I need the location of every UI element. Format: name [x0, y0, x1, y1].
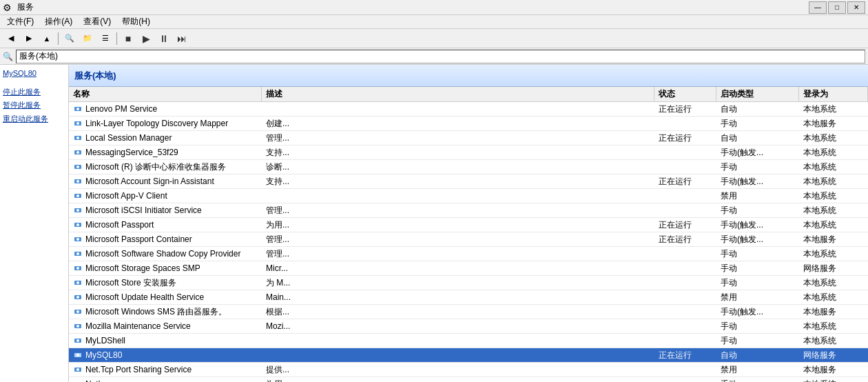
cell-starttype: 自动 — [716, 131, 799, 145]
cell-name: Microsoft (R) 诊断中心标准收集器服务 — [69, 160, 262, 174]
col-header-status[interactable]: 状态 — [654, 87, 716, 101]
cell-status — [654, 145, 716, 159]
menu-action[interactable]: 操作(A) — [41, 14, 76, 29]
cell-starttype: 手动 — [716, 247, 799, 261]
table-row[interactable]: MyLDShell 手动 本地系统 — [69, 334, 868, 348]
search-button[interactable]: 🔍 — [61, 31, 78, 46]
svg-point-11 — [76, 180, 79, 183]
service-name-text: Microsoft (R) 诊断中心标准收集器服务 — [85, 161, 226, 173]
back-button[interactable]: ◀ — [3, 31, 19, 46]
table-row[interactable]: Microsoft Update Health Service Main... … — [69, 290, 868, 305]
table-row[interactable]: Mozilla Maintenance Service Mozi... 手动 本… — [69, 319, 868, 334]
col-header-desc[interactable]: 描述 — [262, 87, 654, 101]
left-panel-actions: 停止此服务 暂停此服务 重启动此服务 — [3, 86, 65, 126]
cell-status — [654, 203, 716, 217]
cell-name: Microsoft Update Health Service — [69, 290, 262, 304]
service-name-text: Microsoft App-V Client — [85, 190, 167, 202]
cell-starttype: 手动 — [716, 117, 799, 130]
cell-starttype: 手动 — [716, 334, 799, 348]
cell-name: Microsoft Passport — [69, 218, 262, 232]
service-name-text: Microsoft Store 安装服务 — [85, 277, 176, 289]
col-header-name[interactable]: 名称 — [69, 87, 262, 101]
cell-status — [654, 160, 716, 174]
cell-name: Microsoft iSCSI Initiator Service — [69, 203, 262, 217]
restart-button[interactable]: ⏭ — [174, 31, 190, 46]
forward-button[interactable]: ▶ — [21, 31, 37, 46]
maximize-button[interactable]: □ — [828, 1, 846, 14]
service-icon — [73, 234, 83, 244]
cell-name: Microsoft Storage Spaces SMP — [69, 261, 262, 275]
cell-desc — [262, 334, 654, 348]
table-row[interactable]: Microsoft Store 安装服务 为 M... 手动 本地系统 — [69, 276, 868, 290]
up-button[interactable]: ▲ — [39, 31, 55, 46]
cell-status — [654, 290, 716, 304]
menu-view[interactable]: 查看(V) — [79, 14, 115, 29]
cell-name: MessagingService_53f29 — [69, 145, 262, 159]
play-button[interactable]: ▶ — [138, 31, 154, 46]
col-header-starttype[interactable]: 启动类型 — [716, 87, 799, 101]
menu-help[interactable]: 帮助(H) — [118, 14, 154, 29]
service-name-text: Link-Layer Topology Discovery Mapper — [85, 117, 228, 130]
table-row[interactable]: Microsoft Software Shadow Copy Provider … — [69, 247, 868, 261]
views-button[interactable]: ☰ — [97, 31, 114, 46]
restart-service-link[interactable]: 重启动此服务 — [3, 112, 65, 126]
table-row[interactable]: Lenovo PM Service 正在运行 自动 本地系统 — [69, 102, 868, 117]
table-row[interactable]: Microsoft Storage Spaces SMP Micr... 手动 … — [69, 261, 868, 276]
table-row[interactable]: Link-Layer Topology Discovery Mapper 创建.… — [69, 117, 868, 131]
minimize-button[interactable]: — — [809, 1, 827, 14]
cell-status — [654, 247, 716, 261]
table-row[interactable]: MessagingService_53f29 支持... 手动(触发... 本地… — [69, 145, 868, 160]
table-row[interactable]: Local Session Manager 管理... 正在运行 自动 本地系统 — [69, 131, 868, 145]
service-icon — [73, 220, 83, 230]
table-row[interactable]: Netlogon 为用... 手动 本地系统 — [69, 377, 868, 382]
stop-button[interactable]: ■ — [120, 31, 136, 46]
table-row[interactable]: Microsoft App-V Client 禁用 本地系统 — [69, 189, 868, 203]
folder-button[interactable]: 📁 — [79, 31, 96, 46]
table-row[interactable]: Net.Tcp Port Sharing Service 提供... 禁用 本地… — [69, 363, 868, 377]
table-row[interactable]: MySQL80 正在运行 自动 网络服务 — [69, 348, 868, 363]
service-name-text: Microsoft Update Health Service — [85, 291, 204, 303]
svg-point-1 — [76, 108, 79, 110]
service-name-text: Netlogon — [85, 378, 118, 382]
stop-service-link[interactable]: 停止此服务 — [3, 86, 65, 99]
table-row[interactable]: Microsoft Passport 为用... 正在运行 手动(触发... 本… — [69, 218, 868, 232]
cell-starttype: 手动 — [716, 203, 799, 217]
toolbar: ◀ ▶ ▲ 🔍 📁 ☰ ■ ▶ ⏸ ⏭ — [0, 29, 868, 48]
cell-desc: 管理... — [262, 232, 654, 246]
service-icon — [73, 350, 83, 360]
service-icon — [73, 205, 83, 215]
cell-starttype: 自动 — [716, 102, 799, 116]
right-panel: 服务(本地) 名称 描述 状态 启动类型 登录为 Lenovo PM Servi… — [69, 65, 868, 382]
pause-button[interactable]: ⏸ — [156, 31, 172, 46]
cell-name: Lenovo PM Service — [69, 102, 262, 116]
service-table[interactable]: 名称 描述 状态 启动类型 登录为 Lenovo PM Service 正在运行… — [69, 87, 868, 382]
address-text: 服务(本地) — [19, 50, 58, 62]
cell-loginas: 本地服务 — [799, 363, 868, 376]
svg-point-29 — [76, 310, 79, 313]
table-row[interactable]: Microsoft Account Sign-in Assistant 支持..… — [69, 174, 868, 189]
cell-loginas: 本地系统 — [799, 189, 868, 203]
svg-point-21 — [76, 252, 79, 255]
pause-service-link[interactable]: 暂停此服务 — [3, 99, 65, 112]
cell-desc: 根据... — [262, 305, 654, 319]
service-name-text: Microsoft iSCSI Initiator Service — [85, 204, 202, 217]
toolbar-separator-2 — [116, 32, 117, 45]
cell-name: Microsoft Windows SMS 路由器服务。 — [69, 305, 262, 319]
cell-name: Microsoft Store 安装服务 — [69, 276, 262, 290]
cell-desc: 支持... — [262, 174, 654, 188]
table-row[interactable]: Microsoft (R) 诊断中心标准收集器服务 诊断... 手动 本地系统 — [69, 160, 868, 174]
svg-point-5 — [76, 137, 79, 139]
service-name-text: Microsoft Account Sign-in Assistant — [85, 175, 214, 188]
table-row[interactable]: Microsoft Windows SMS 路由器服务。 根据... 手动(触发… — [69, 305, 868, 319]
cell-loginas: 本地系统 — [799, 160, 868, 174]
table-row[interactable]: Microsoft iSCSI Initiator Service 管理... … — [69, 203, 868, 218]
cell-desc: 提供... — [262, 363, 654, 376]
close-button[interactable]: ✕ — [847, 1, 865, 14]
menu-file[interactable]: 文件(F) — [3, 14, 38, 29]
cell-name: MySQL80 — [69, 348, 262, 362]
cell-desc: Mozi... — [262, 319, 654, 333]
service-icon — [73, 119, 83, 128]
table-row[interactable]: Microsoft Passport Container 管理... 正在运行 … — [69, 232, 868, 247]
cell-desc: 管理... — [262, 131, 654, 145]
col-header-loginas[interactable]: 登录为 — [799, 87, 868, 101]
